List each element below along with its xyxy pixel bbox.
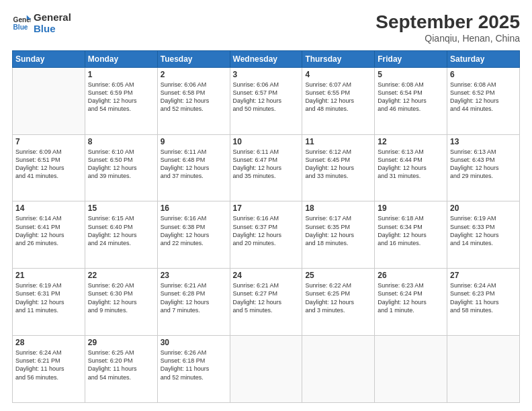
day-info: Sunrise: 6:19 AM Sunset: 6:31 PM Dayligh… xyxy=(15,281,82,314)
day-info: Sunrise: 6:24 AM Sunset: 6:23 PM Dayligh… xyxy=(450,281,517,314)
day-number: 26 xyxy=(378,271,444,280)
day-info: Sunrise: 6:11 AM Sunset: 6:48 PM Dayligh… xyxy=(161,148,227,181)
calendar-cell: 20Sunrise: 6:19 AM Sunset: 6:33 PM Dayli… xyxy=(447,201,520,269)
day-number: 24 xyxy=(233,271,300,280)
calendar-cell: 17Sunrise: 6:16 AM Sunset: 6:37 PM Dayli… xyxy=(230,201,302,269)
calendar-cell: 8Sunrise: 6:10 AM Sunset: 6:50 PM Daylig… xyxy=(85,134,157,201)
day-info: Sunrise: 6:14 AM Sunset: 6:41 PM Dayligh… xyxy=(15,214,82,247)
calendar-cell: 1Sunrise: 6:05 AM Sunset: 6:59 PM Daylig… xyxy=(85,67,157,134)
day-info: Sunrise: 6:21 AM Sunset: 6:28 PM Dayligh… xyxy=(161,281,227,314)
subtitle: Qianqiu, Henan, China xyxy=(375,33,520,44)
day-info: Sunrise: 6:06 AM Sunset: 6:57 PM Dayligh… xyxy=(233,81,300,113)
day-info: Sunrise: 6:24 AM Sunset: 6:21 PM Dayligh… xyxy=(15,349,82,381)
calendar-cell: 18Sunrise: 6:17 AM Sunset: 6:35 PM Dayli… xyxy=(302,201,375,269)
week-row-3: 14Sunrise: 6:14 AM Sunset: 6:41 PM Dayli… xyxy=(13,201,520,269)
day-info: Sunrise: 6:23 AM Sunset: 6:24 PM Dayligh… xyxy=(378,281,444,314)
day-info: Sunrise: 6:06 AM Sunset: 6:58 PM Dayligh… xyxy=(161,81,227,113)
day-info: Sunrise: 6:08 AM Sunset: 6:54 PM Dayligh… xyxy=(378,81,444,113)
day-info: Sunrise: 6:11 AM Sunset: 6:47 PM Dayligh… xyxy=(233,148,300,181)
day-number: 27 xyxy=(450,271,517,280)
calendar-cell: 23Sunrise: 6:21 AM Sunset: 6:28 PM Dayli… xyxy=(157,269,230,336)
day-info: Sunrise: 6:18 AM Sunset: 6:34 PM Dayligh… xyxy=(378,214,444,247)
day-info: Sunrise: 6:16 AM Sunset: 6:38 PM Dayligh… xyxy=(161,214,227,247)
day-number: 12 xyxy=(378,137,444,146)
calendar-cell: 15Sunrise: 6:15 AM Sunset: 6:40 PM Dayli… xyxy=(85,201,157,269)
day-number: 22 xyxy=(88,271,154,280)
calendar-cell: 6Sunrise: 6:08 AM Sunset: 6:52 PM Daylig… xyxy=(447,67,520,134)
day-info: Sunrise: 6:16 AM Sunset: 6:37 PM Dayligh… xyxy=(233,214,300,247)
day-info: Sunrise: 6:22 AM Sunset: 6:25 PM Dayligh… xyxy=(305,281,371,314)
svg-text:Blue: Blue xyxy=(13,24,28,31)
day-number: 16 xyxy=(161,203,227,213)
title-block: September 2025 Qianqiu, Henan, China xyxy=(375,12,520,44)
day-info: Sunrise: 6:07 AM Sunset: 6:55 PM Dayligh… xyxy=(305,81,371,113)
calendar-cell: 22Sunrise: 6:20 AM Sunset: 6:30 PM Dayli… xyxy=(85,269,157,336)
calendar-cell: 4Sunrise: 6:07 AM Sunset: 6:55 PM Daylig… xyxy=(302,67,375,134)
calendar-cell: 24Sunrise: 6:21 AM Sunset: 6:27 PM Dayli… xyxy=(230,269,302,336)
header: General Blue General Blue September 2025… xyxy=(12,12,520,44)
week-row-1: 1Sunrise: 6:05 AM Sunset: 6:59 PM Daylig… xyxy=(13,67,520,134)
col-friday: Friday xyxy=(375,50,447,67)
col-wednesday: Wednesday xyxy=(230,50,302,67)
day-info: Sunrise: 6:21 AM Sunset: 6:27 PM Dayligh… xyxy=(233,281,300,314)
calendar-cell: 16Sunrise: 6:16 AM Sunset: 6:38 PM Dayli… xyxy=(157,201,230,269)
calendar-cell: 19Sunrise: 6:18 AM Sunset: 6:34 PM Dayli… xyxy=(375,201,447,269)
week-row-5: 28Sunrise: 6:24 AM Sunset: 6:21 PM Dayli… xyxy=(13,336,520,403)
calendar-cell: 2Sunrise: 6:06 AM Sunset: 6:58 PM Daylig… xyxy=(157,67,230,134)
col-thursday: Thursday xyxy=(302,50,375,67)
logo: General Blue General Blue xyxy=(12,12,71,34)
day-number: 28 xyxy=(15,338,82,347)
calendar-cell xyxy=(302,336,375,403)
day-number: 21 xyxy=(15,271,82,280)
day-number: 29 xyxy=(88,338,154,347)
logo-general: General xyxy=(34,12,71,24)
calendar-cell: 10Sunrise: 6:11 AM Sunset: 6:47 PM Dayli… xyxy=(230,134,302,201)
calendar-cell: 25Sunrise: 6:22 AM Sunset: 6:25 PM Dayli… xyxy=(302,269,375,336)
calendar-cell: 13Sunrise: 6:13 AM Sunset: 6:43 PM Dayli… xyxy=(447,134,520,201)
day-info: Sunrise: 6:25 AM Sunset: 6:20 PM Dayligh… xyxy=(88,349,154,381)
calendar-cell: 29Sunrise: 6:25 AM Sunset: 6:20 PM Dayli… xyxy=(85,336,157,403)
day-number: 9 xyxy=(161,137,227,146)
calendar-cell: 26Sunrise: 6:23 AM Sunset: 6:24 PM Dayli… xyxy=(375,269,447,336)
week-row-4: 21Sunrise: 6:19 AM Sunset: 6:31 PM Dayli… xyxy=(13,269,520,336)
month-title: September 2025 xyxy=(375,12,520,33)
day-info: Sunrise: 6:26 AM Sunset: 6:18 PM Dayligh… xyxy=(161,349,227,381)
day-info: Sunrise: 6:19 AM Sunset: 6:33 PM Dayligh… xyxy=(450,214,517,247)
calendar-cell: 12Sunrise: 6:13 AM Sunset: 6:44 PM Dayli… xyxy=(375,134,447,201)
col-tuesday: Tuesday xyxy=(157,50,230,67)
calendar-table: Sunday Monday Tuesday Wednesday Thursday… xyxy=(12,50,520,403)
day-number: 17 xyxy=(233,203,300,213)
day-number: 10 xyxy=(233,137,300,146)
week-row-2: 7Sunrise: 6:09 AM Sunset: 6:51 PM Daylig… xyxy=(13,134,520,201)
day-info: Sunrise: 6:13 AM Sunset: 6:44 PM Dayligh… xyxy=(378,148,444,181)
day-info: Sunrise: 6:15 AM Sunset: 6:40 PM Dayligh… xyxy=(88,214,154,247)
page: General Blue General Blue September 2025… xyxy=(0,0,532,411)
day-info: Sunrise: 6:12 AM Sunset: 6:45 PM Dayligh… xyxy=(305,148,371,181)
calendar-cell: 27Sunrise: 6:24 AM Sunset: 6:23 PM Dayli… xyxy=(447,269,520,336)
calendar-cell: 14Sunrise: 6:14 AM Sunset: 6:41 PM Dayli… xyxy=(13,201,85,269)
day-number: 8 xyxy=(88,137,154,146)
calendar-header-row: Sunday Monday Tuesday Wednesday Thursday… xyxy=(13,50,520,67)
calendar-cell xyxy=(13,67,85,134)
calendar-cell: 11Sunrise: 6:12 AM Sunset: 6:45 PM Dayli… xyxy=(302,134,375,201)
day-number: 18 xyxy=(305,203,371,213)
day-number: 2 xyxy=(161,70,227,79)
calendar-cell: 28Sunrise: 6:24 AM Sunset: 6:21 PM Dayli… xyxy=(13,336,85,403)
day-number: 6 xyxy=(450,70,517,79)
day-number: 3 xyxy=(233,70,300,79)
calendar-cell: 5Sunrise: 6:08 AM Sunset: 6:54 PM Daylig… xyxy=(375,67,447,134)
calendar-cell: 30Sunrise: 6:26 AM Sunset: 6:18 PM Dayli… xyxy=(157,336,230,403)
day-info: Sunrise: 6:17 AM Sunset: 6:35 PM Dayligh… xyxy=(305,214,371,247)
day-number: 14 xyxy=(15,203,82,213)
calendar-cell: 3Sunrise: 6:06 AM Sunset: 6:57 PM Daylig… xyxy=(230,67,302,134)
day-info: Sunrise: 6:10 AM Sunset: 6:50 PM Dayligh… xyxy=(88,148,154,181)
day-number: 23 xyxy=(161,271,227,280)
logo-blue: Blue xyxy=(34,24,71,35)
day-number: 19 xyxy=(378,203,444,213)
col-monday: Monday xyxy=(85,50,157,67)
day-number: 25 xyxy=(305,271,371,280)
day-number: 20 xyxy=(450,203,517,213)
day-info: Sunrise: 6:20 AM Sunset: 6:30 PM Dayligh… xyxy=(88,281,154,314)
col-sunday: Sunday xyxy=(13,50,85,67)
day-number: 7 xyxy=(15,137,82,146)
